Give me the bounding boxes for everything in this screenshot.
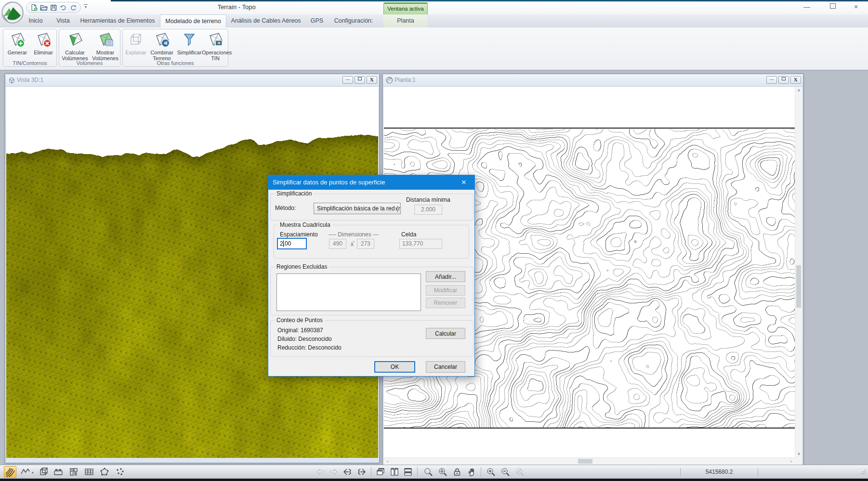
- quick-access-toolbar: [26, 2, 81, 13]
- vista3d-titlebar[interactable]: Vista 3D:1 — X: [5, 74, 379, 87]
- metodo-select[interactable]: Simplificación básica de la red (ráp ∨: [314, 203, 401, 214]
- conteo-diluido-value: Diluido: Desconocido: [277, 336, 332, 342]
- back-arrow-icon: [316, 467, 325, 477]
- zoom-previous-button: [513, 466, 526, 478]
- scroll-right-arrow[interactable]: ›: [788, 458, 795, 465]
- tile-vertical-button[interactable]: [388, 466, 401, 478]
- zoom-out-icon: [500, 467, 510, 477]
- zoom-window-icon: [423, 467, 433, 477]
- zoom-window-button[interactable]: [422, 466, 434, 478]
- points-cloud-button[interactable]: [114, 466, 126, 478]
- scroll-down-arrow[interactable]: ∨: [795, 450, 802, 457]
- simplificar-button[interactable]: Simplificar: [176, 30, 203, 60]
- celda-field: 133,770: [399, 239, 442, 249]
- app-title: Terrain - Topo: [188, 0, 285, 14]
- scroll-left-arrow[interactable]: ‹: [384, 458, 391, 465]
- groupbox-regiones-label: Regiones Excluidas: [275, 263, 329, 270]
- redo-icon[interactable]: [69, 3, 77, 12]
- conteo-reduccion-value: Reducción: Desconocido: [277, 344, 342, 351]
- tile-horizontal-button[interactable]: [402, 466, 414, 478]
- vista3d-minimize-button[interactable]: —: [342, 76, 353, 84]
- tab-vista[interactable]: Vista: [51, 14, 75, 27]
- panel-list-icon: [69, 467, 79, 477]
- ribbon-group-tin-contornos: Generar Eliminar TIN/Contornos: [3, 29, 57, 67]
- horizontal-scroll-thumb[interactable]: [578, 459, 592, 464]
- app-maximize-button[interactable]: [822, 0, 844, 14]
- dialog-close-button[interactable]: ×: [453, 175, 474, 190]
- ok-button[interactable]: OK: [374, 361, 415, 373]
- context-tab-group-header[interactable]: Ventana activa: [383, 2, 428, 14]
- contour-display-toggle[interactable]: [4, 466, 16, 478]
- vista3d-close-button[interactable]: X: [367, 76, 377, 84]
- anadir-button[interactable]: Añadir...: [426, 271, 465, 282]
- vista3d-restore-button[interactable]: [355, 76, 365, 84]
- dimension-y-field: 273: [357, 239, 374, 249]
- save-icon[interactable]: [50, 4, 57, 12]
- generar-button[interactable]: Generar: [4, 30, 30, 60]
- zoom-dynamic-button[interactable]: [436, 466, 449, 478]
- tab-configuracion[interactable]: Configuración:: [329, 14, 378, 27]
- status-separator: [758, 468, 758, 476]
- planta-horizontal-scrollbar[interactable]: ‹ ›: [384, 457, 795, 465]
- tab-modelado-de-terreno[interactable]: Modelado de terreno: [160, 14, 226, 27]
- cascade-windows-icon: [376, 467, 385, 477]
- eliminar-button[interactable]: Eliminar: [30, 30, 56, 60]
- espaciamiento-label: Espaciamiento: [280, 231, 318, 238]
- previous-view-button[interactable]: [341, 466, 354, 478]
- scroll-up-arrow[interactable]: ∧: [795, 87, 802, 94]
- open-file-icon[interactable]: [40, 3, 47, 12]
- app-minimize-button[interactable]: —: [796, 0, 818, 14]
- quick-access-dropdown-icon[interactable]: ▾: [84, 4, 88, 9]
- section-box-button[interactable]: [52, 466, 65, 478]
- tab-planta[interactable]: Planta: [383, 14, 428, 27]
- app-close-button[interactable]: ×: [845, 0, 867, 14]
- espaciamiento-input[interactable]: 2.00: [277, 238, 307, 249]
- calcular-volumenes-button[interactable]: CalcularVolúmenes: [60, 30, 90, 60]
- boundary-polygon-icon: [100, 467, 109, 477]
- panels-manager-button[interactable]: [67, 466, 80, 478]
- zoom-in-icon: [486, 467, 496, 477]
- zoom-in-button[interactable]: [485, 466, 497, 478]
- cascade-windows-button[interactable]: [374, 466, 387, 478]
- calcular-button[interactable]: Calcular: [426, 328, 465, 339]
- polyline-dropdown-icon[interactable]: ▾: [32, 471, 34, 475]
- grid-table-button[interactable]: [83, 466, 95, 478]
- new-file-icon[interactable]: [30, 3, 38, 12]
- main-titlebar: ▾ Terrain - Topo Ventana activa — ×: [0, 0, 868, 15]
- tab-herramientas-de-elementos[interactable]: Herramientas de Elementos: [76, 14, 159, 27]
- view-3d-button[interactable]: [38, 466, 50, 478]
- tile-horizontal-icon: [403, 467, 413, 477]
- mostrar-volumenes-button[interactable]: MostrarVolúmenes: [90, 30, 120, 60]
- section-box-icon: [53, 467, 63, 477]
- operaciones-tin-button[interactable]: OperacionesTIN: [202, 30, 229, 60]
- planta-titlebar[interactable]: Planta:1 — X: [383, 74, 803, 87]
- scrollbar-corner: [795, 457, 802, 465]
- polyline-display-toggle[interactable]: [19, 466, 32, 478]
- cancelar-button[interactable]: Cancelar: [426, 361, 465, 373]
- zoom-lock-button[interactable]: [451, 466, 463, 478]
- forward-button: [328, 466, 340, 478]
- operaciones-tin-icon: [207, 31, 224, 48]
- vertical-scroll-thumb[interactable]: [796, 265, 801, 308]
- tab-analisis-cables-aereos[interactable]: Análisis de Cables Aéreos: [227, 14, 304, 27]
- modificar-button: Modificar: [426, 285, 465, 296]
- planta-vertical-scrollbar[interactable]: ∧ ∨: [795, 87, 802, 457]
- resize-grip[interactable]: [860, 469, 866, 475]
- planta-restore-button[interactable]: [778, 76, 789, 84]
- dialog-titlebar[interactable]: Simplificar datos de puntos de superfici…: [268, 175, 474, 190]
- planta-minimize-button[interactable]: —: [766, 76, 777, 84]
- tab-gps[interactable]: GPS: [305, 14, 329, 27]
- planta-window-icon: [386, 77, 393, 84]
- zoom-out-button[interactable]: [499, 466, 512, 478]
- pan-button[interactable]: [465, 466, 478, 478]
- next-view-button[interactable]: [355, 466, 368, 478]
- zoom-dynamic-icon: [438, 467, 447, 477]
- combinar-terreno-button[interactable]: CombinarTerreno: [148, 30, 176, 60]
- tab-inicio[interactable]: Inicio: [21, 14, 50, 27]
- planta-close-button[interactable]: X: [790, 76, 801, 84]
- remover-button: Remover: [426, 298, 465, 308]
- undo-icon[interactable]: [59, 3, 66, 12]
- boundary-polygon-button[interactable]: [98, 466, 111, 478]
- regiones-excluidas-list[interactable]: [276, 273, 421, 311]
- app-logo-button[interactable]: [1, 1, 24, 24]
